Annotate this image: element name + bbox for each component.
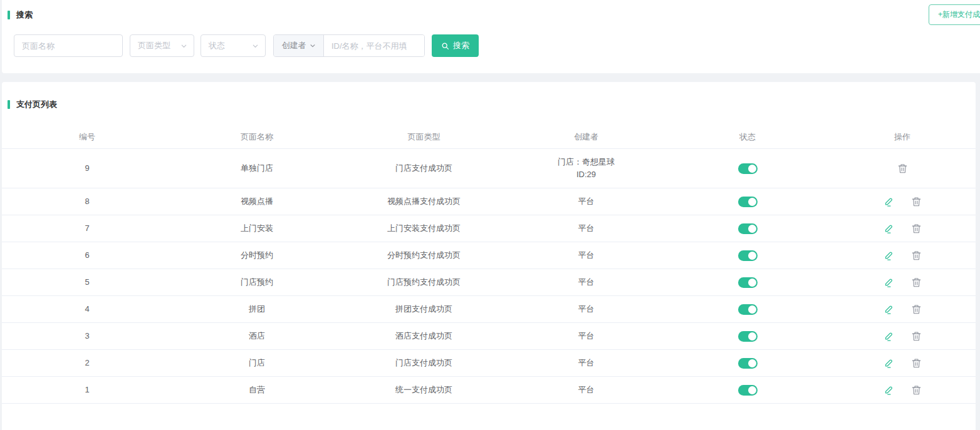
chevron-down-icon xyxy=(310,43,316,49)
cell-actions xyxy=(829,188,976,215)
status-toggle[interactable] xyxy=(738,304,758,315)
search-button[interactable]: 搜索 xyxy=(432,34,479,57)
status-select[interactable]: 状态 xyxy=(201,34,266,57)
status-toggle[interactable] xyxy=(738,163,758,174)
page-type-select-label: 页面类型 xyxy=(138,40,170,51)
status-toggle[interactable] xyxy=(738,385,758,396)
table-row: 3 酒店 酒店支付成功页 平台 xyxy=(2,322,976,349)
table-row: 4 拼团 拼团支付成功页 平台 xyxy=(2,295,976,322)
page-name-input[interactable] xyxy=(14,34,123,57)
creator-keyword-group: 创建者 xyxy=(273,34,425,57)
cell-id: 1 xyxy=(2,376,172,403)
edit-icon[interactable] xyxy=(884,250,894,261)
delete-icon[interactable] xyxy=(912,331,921,342)
creator-select-label: 创建者 xyxy=(282,40,306,51)
creator-name: 平台 xyxy=(506,222,666,235)
cell-id: 5 xyxy=(2,269,172,295)
table-row: 6 分时预约 分时预约支付成功页 平台 xyxy=(2,242,976,269)
list-section-header: 支付页列表 xyxy=(2,82,976,110)
column-header-name: 页面名称 xyxy=(172,126,341,148)
cell-creator: 平台 xyxy=(506,188,666,215)
status-toggle[interactable] xyxy=(738,331,758,342)
status-toggle[interactable] xyxy=(738,197,758,207)
edit-icon[interactable] xyxy=(884,196,894,207)
chevron-down-icon xyxy=(252,43,259,49)
creator-select[interactable]: 创建者 xyxy=(274,35,324,56)
creator-name: 门店：奇想星球 xyxy=(506,156,666,168)
cell-status xyxy=(666,215,829,242)
edit-icon[interactable] xyxy=(884,357,894,369)
cell-id: 3 xyxy=(2,322,172,349)
chevron-down-icon xyxy=(180,43,187,49)
creator-name: 平台 xyxy=(506,195,666,208)
edit-icon[interactable] xyxy=(884,223,894,234)
cell-status xyxy=(666,349,829,376)
cell-name: 门店 xyxy=(172,349,341,376)
section-accent-bar xyxy=(8,100,10,109)
cell-name: 分时预约 xyxy=(172,242,341,269)
edit-icon[interactable] xyxy=(884,384,894,396)
creator-name: 平台 xyxy=(506,249,666,262)
payment-table-body: 9 单独门店 门店支付成功页 门店：奇想星球 ID:29 8 视频点播 视频点播… xyxy=(2,148,976,403)
delete-icon[interactable] xyxy=(912,385,921,396)
delete-icon[interactable] xyxy=(898,163,907,174)
cell-creator: 平台 xyxy=(506,322,666,349)
column-header-type: 页面类型 xyxy=(341,126,506,148)
column-header-status: 状态 xyxy=(666,126,829,148)
add-payment-page-button[interactable]: +新增支付成功页 xyxy=(929,4,980,25)
search-card: 搜索 页面类型 状态 创建者 搜索 +新增支付成功页 xyxy=(2,0,980,73)
creator-id: ID:29 xyxy=(506,168,666,181)
cell-actions xyxy=(829,295,976,322)
edit-icon[interactable] xyxy=(884,330,894,342)
search-icon xyxy=(441,42,449,50)
delete-icon[interactable] xyxy=(912,250,921,261)
status-toggle[interactable] xyxy=(738,250,758,261)
delete-icon[interactable] xyxy=(912,358,921,369)
cell-actions xyxy=(829,269,976,295)
search-button-label: 搜索 xyxy=(453,40,469,51)
cell-type: 视频点播支付成功页 xyxy=(341,188,506,215)
edit-icon[interactable] xyxy=(884,277,894,288)
cell-name: 视频点播 xyxy=(172,188,341,215)
creator-name: 平台 xyxy=(506,303,666,315)
cell-status xyxy=(666,322,829,349)
search-form: 页面类型 状态 创建者 搜索 xyxy=(14,34,479,57)
table-row: 5 门店预约 门店预约支付成功页 平台 xyxy=(2,269,976,295)
cell-id: 4 xyxy=(2,295,172,322)
column-header-actions: 操作 xyxy=(829,126,976,148)
status-toggle[interactable] xyxy=(738,277,758,288)
cell-actions xyxy=(829,242,976,269)
status-toggle[interactable] xyxy=(738,223,758,234)
cell-actions xyxy=(829,349,976,376)
cell-type: 拼团支付成功页 xyxy=(341,295,506,322)
cell-creator: 平台 xyxy=(506,215,666,242)
cell-creator: 平台 xyxy=(506,242,666,269)
cell-type: 酒店支付成功页 xyxy=(341,322,506,349)
search-section-header: 搜索 xyxy=(2,0,980,21)
payment-page-list-card: 支付页列表 编号 页面名称 页面类型 创建者 状态 操作 9 单独门店 门店支付… xyxy=(2,82,976,430)
delete-icon[interactable] xyxy=(912,197,921,207)
add-payment-page-button-label: +新增支付成功页 xyxy=(938,9,980,20)
delete-icon[interactable] xyxy=(912,223,921,234)
creator-name: 平台 xyxy=(506,330,666,342)
cell-type: 统一支付成功页 xyxy=(341,376,506,403)
status-toggle[interactable] xyxy=(738,358,758,369)
table-row: 1 自营 统一支付成功页 平台 xyxy=(2,376,976,403)
cell-name: 拼团 xyxy=(172,295,341,322)
cell-type: 分时预约支付成功页 xyxy=(341,242,506,269)
cell-id: 8 xyxy=(2,188,172,215)
status-select-label: 状态 xyxy=(209,40,225,51)
delete-icon[interactable] xyxy=(912,304,921,315)
cell-status xyxy=(666,269,829,295)
cell-actions xyxy=(829,376,976,403)
table-row: 9 单独门店 门店支付成功页 门店：奇想星球 ID:29 xyxy=(2,148,976,188)
cell-status xyxy=(666,148,829,188)
cell-name: 自营 xyxy=(172,376,341,403)
keyword-input[interactable] xyxy=(324,35,424,56)
edit-icon[interactable] xyxy=(884,304,894,315)
delete-icon[interactable] xyxy=(912,277,921,288)
column-header-creator: 创建者 xyxy=(506,126,666,148)
creator-name: 平台 xyxy=(506,357,666,369)
page-type-select[interactable]: 页面类型 xyxy=(130,34,194,57)
payment-page-table: 编号 页面名称 页面类型 创建者 状态 操作 9 单独门店 门店支付成功页 门店… xyxy=(2,126,976,404)
